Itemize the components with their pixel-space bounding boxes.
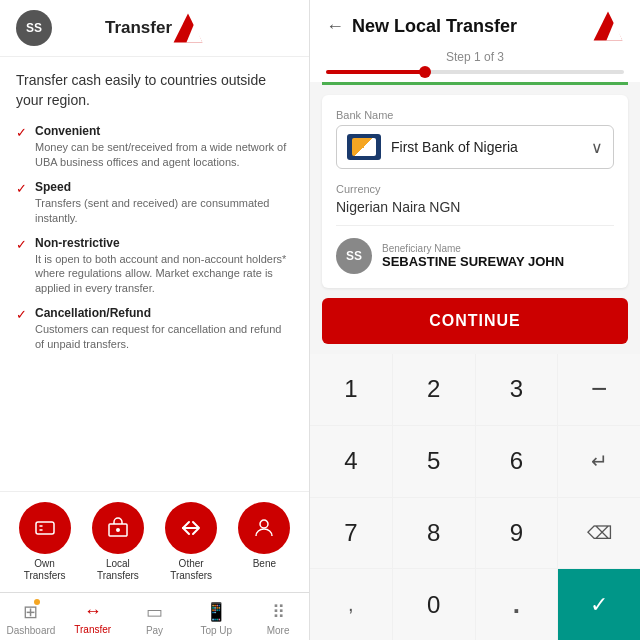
right-header-title: New Local Transfer <box>352 16 592 37</box>
key-5[interactable]: 5 <box>393 426 475 497</box>
beneficiary-label: Bene <box>253 558 276 570</box>
key-dot[interactable]: . <box>476 569 558 640</box>
step-bar <box>326 70 624 74</box>
left-header: SS Transfer <box>0 0 309 57</box>
pay-icon: ▭ <box>146 601 163 623</box>
avatar[interactable]: SS <box>16 10 52 46</box>
nav-transfer-label: Transfer <box>74 624 111 635</box>
own-transfers-label: OwnTransfers <box>24 558 66 582</box>
transfer-icons: OwnTransfers LocalTransfers OtherTransfe… <box>0 491 309 592</box>
left-panel: SS Transfer Transfer cash easily to coun… <box>0 0 310 640</box>
bank-name-value: First Bank of Nigeria <box>391 139 591 155</box>
local-transfers-icon <box>92 502 144 554</box>
nav-dashboard-label: Dashboard <box>6 625 55 636</box>
nav-more[interactable]: ⠿ More <box>247 601 309 636</box>
dashboard-dot <box>34 599 40 605</box>
bottom-nav: ⊞ Dashboard ↔ Transfer ▭ Pay 📱 Top Up ⠿ … <box>0 592 309 640</box>
bank-logo-inner <box>352 138 376 156</box>
key-6[interactable]: 6 <box>476 426 558 497</box>
feature-convenient: ✓ Convenient Money can be sent/received … <box>16 124 293 170</box>
local-transfers-label: LocalTransfers <box>97 558 139 582</box>
key-comma[interactable]: , <box>310 569 392 640</box>
key-3[interactable]: 3 <box>476 354 558 425</box>
local-transfers-button[interactable]: LocalTransfers <box>92 502 144 582</box>
uba-logo-left <box>172 12 204 44</box>
beneficiary-button[interactable]: Bene <box>238 502 290 582</box>
continue-button[interactable]: CONTINUE <box>322 298 628 344</box>
check-icon-2: ✓ <box>16 181 27 196</box>
keypad: 1 2 3 − 4 5 6 ↵ 7 8 9 ⌫ , 0 . ✓ <box>310 354 640 640</box>
other-transfers-label: OtherTransfers <box>170 558 212 582</box>
uba-logo-right <box>592 10 624 42</box>
nav-transfer[interactable]: ↔ Transfer <box>62 601 124 636</box>
transfer-icon: ↔ <box>84 601 102 622</box>
step-dot <box>419 66 431 78</box>
beneficiary-avatar: SS <box>336 238 372 274</box>
bank-select-dropdown[interactable]: First Bank of Nigeria ∨ <box>336 125 614 169</box>
step-progress <box>326 70 425 74</box>
form-area: Bank Name First Bank of Nigeria ∨ Curren… <box>322 95 628 288</box>
right-panel: ← New Local Transfer Step 1 of 3 Bank Na… <box>310 0 640 640</box>
left-header-title: Transfer <box>105 18 172 38</box>
currency-label: Currency <box>336 183 614 195</box>
step-indicator: Step 1 of 3 <box>310 50 640 82</box>
feature-speed: ✓ Speed Transfers (sent and received) ar… <box>16 180 293 226</box>
key-1[interactable]: 1 <box>310 354 392 425</box>
svg-point-5 <box>260 520 268 528</box>
other-transfers-icon <box>165 502 217 554</box>
nav-dashboard[interactable]: ⊞ Dashboard <box>0 601 62 636</box>
bank-name-label: Bank Name <box>336 109 614 121</box>
currency-value: Nigerian Naira NGN <box>336 199 614 226</box>
nav-pay[interactable]: ▭ Pay <box>124 601 186 636</box>
topup-icon: 📱 <box>205 601 227 623</box>
nav-topup[interactable]: 📱 Top Up <box>185 601 247 636</box>
own-transfers-icon <box>19 502 71 554</box>
feature-cancellation: ✓ Cancellation/Refund Customers can requ… <box>16 306 293 352</box>
nav-pay-label: Pay <box>146 625 163 636</box>
key-minus[interactable]: − <box>558 354 640 425</box>
key-confirm[interactable]: ✓ <box>558 569 640 640</box>
tagline: Transfer cash easily to countries outsid… <box>16 71 293 110</box>
key-9[interactable]: 9 <box>476 498 558 569</box>
key-enter[interactable]: ↵ <box>558 426 640 497</box>
nav-more-label: More <box>267 625 290 636</box>
left-content: Transfer cash easily to countries outsid… <box>0 57 309 491</box>
beneficiary-row: SS Beneficiary Name SEBASTINE SUREWAY JO… <box>336 238 614 274</box>
step-text: Step 1 of 3 <box>326 50 624 64</box>
key-2[interactable]: 2 <box>393 354 475 425</box>
feature-nonrestrictive: ✓ Non-restrictive It is open to both acc… <box>16 236 293 297</box>
chevron-down-icon: ∨ <box>591 138 603 157</box>
beneficiary-icon <box>238 502 290 554</box>
key-backspace[interactable]: ⌫ <box>558 498 640 569</box>
back-button[interactable]: ← <box>326 16 344 37</box>
check-icon-1: ✓ <box>16 125 27 140</box>
key-4[interactable]: 4 <box>310 426 392 497</box>
nav-topup-label: Top Up <box>200 625 232 636</box>
own-transfers-button[interactable]: OwnTransfers <box>19 502 71 582</box>
check-icon-3: ✓ <box>16 237 27 252</box>
key-0[interactable]: 0 <box>393 569 475 640</box>
key-8[interactable]: 8 <box>393 498 475 569</box>
svg-point-4 <box>116 528 120 532</box>
bank-logo <box>347 134 381 160</box>
dashboard-icon: ⊞ <box>23 602 38 622</box>
beneficiary-name: SEBASTINE SUREWAY JOHN <box>382 254 614 269</box>
more-icon: ⠿ <box>272 601 285 623</box>
other-transfers-button[interactable]: OtherTransfers <box>165 502 217 582</box>
beneficiary-field-label: Beneficiary Name <box>382 243 614 254</box>
green-divider <box>322 82 628 85</box>
key-7[interactable]: 7 <box>310 498 392 569</box>
right-header: ← New Local Transfer <box>310 0 640 50</box>
svg-rect-2 <box>36 522 54 534</box>
check-icon-4: ✓ <box>16 307 27 322</box>
